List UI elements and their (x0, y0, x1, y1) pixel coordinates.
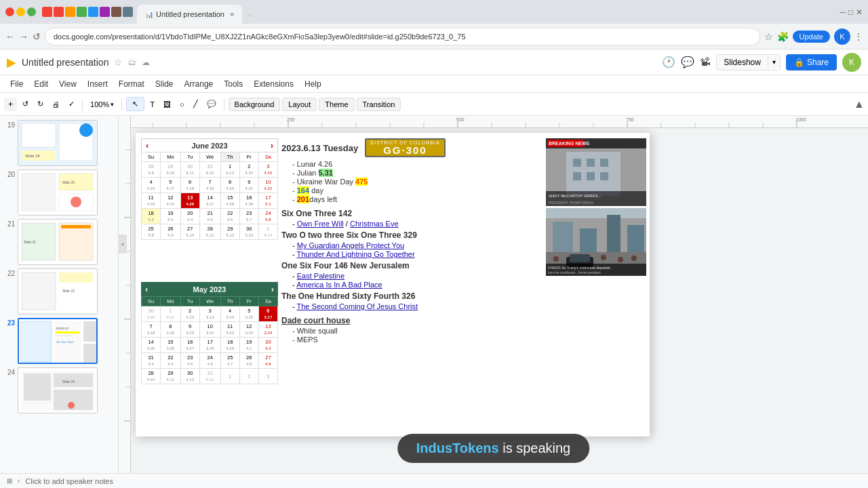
panel-hide-btn[interactable]: ‹ (18, 477, 20, 485)
star-icon[interactable]: ☆ (114, 57, 123, 68)
transition-btn[interactable]: Transition (357, 98, 401, 111)
profile-avatar[interactable]: K (834, 28, 850, 45)
presentation-title[interactable]: Untitled presentation (22, 57, 108, 68)
slide-num-21: 21 (3, 220, 15, 228)
slide-item-19[interactable]: 19 Slide 19 (3, 120, 115, 166)
slide-item-20[interactable]: 20 Slide 20 (3, 169, 115, 216)
menu-file[interactable]: File (5, 78, 28, 90)
new-tab-btn[interactable]: + (242, 6, 257, 24)
menu-slide[interactable]: Slide (151, 78, 178, 90)
cloud-icon[interactable]: ☁ (142, 58, 150, 67)
minimize-icon[interactable]: ─ (840, 7, 846, 17)
menu-edit[interactable]: Edit (29, 78, 53, 90)
svg-rect-26 (83, 344, 97, 363)
undo-btn[interactable]: ↺ (19, 98, 32, 110)
slide-item-22[interactable]: 22 Slide 22 (3, 268, 115, 314)
slide-thumb-21[interactable]: Slide 21 (18, 219, 98, 265)
grid-view-btn[interactable]: ⊞ (7, 477, 12, 485)
section1: Six One Three 142 - Own Free Will / Chri… (281, 209, 545, 228)
christmas-eve-link[interactable]: Christmas Eve (350, 220, 399, 228)
cal2-next-btn[interactable]: › (271, 284, 274, 294)
cal-next-btn[interactable]: › (271, 140, 273, 150)
favicon-5 (88, 7, 98, 17)
background-btn[interactable]: Background (229, 98, 281, 111)
share-btn[interactable]: 🔒 Share (786, 54, 837, 70)
browser-close[interactable] (5, 7, 14, 16)
zoom-btn[interactable]: 100%▾ (87, 98, 117, 110)
text-tool-btn[interactable]: T (146, 98, 158, 110)
back-btn[interactable]: ← (5, 31, 15, 42)
menu-help[interactable]: Help (300, 78, 326, 90)
update-btn[interactable]: Update (793, 30, 830, 43)
maximize-icon[interactable]: □ (848, 7, 853, 17)
extensions-icon[interactable]: 🧩 (777, 31, 789, 42)
bookmark-star-icon[interactable]: ☆ (764, 31, 773, 42)
toolbar-sep-2 (121, 98, 122, 110)
toolbar-collapse-btn[interactable]: ▲ (854, 100, 864, 109)
move-to-drive-icon[interactable]: 🗂 (128, 58, 136, 67)
ruler-horizontal: 250 500 750 1000 (119, 116, 868, 128)
active-tab[interactable]: 📊 Untitled presentation × (137, 5, 242, 24)
slide-thumb-24[interactable]: Slide 24 (18, 367, 98, 413)
america-bad-place-link[interactable]: America Is In A Bad Place (296, 281, 382, 289)
close-window-icon[interactable]: ✕ (856, 7, 863, 17)
menu-format[interactable]: Format (114, 78, 149, 90)
section2-item2: - Thunder And Lightning Go Together (292, 250, 545, 258)
redo-btn[interactable]: ↻ (34, 98, 47, 110)
line-tool-btn[interactable]: ╱ (190, 98, 201, 110)
section3: One Six Four 146 New Jerusalem - East Pa… (281, 261, 545, 289)
comment-tool-btn[interactable]: 💬 (203, 98, 220, 110)
user-avatar[interactable]: K (842, 53, 861, 72)
slideshow-btn[interactable]: Slideshow (717, 55, 768, 70)
slide-item-24[interactable]: 24 Slide 24 (3, 367, 115, 413)
svg-text:CHAOS: As Trump's motorcade de: CHAOS: As Trump's motorcade departed... (548, 266, 612, 270)
select-tool-btn[interactable]: ↖ (126, 97, 144, 111)
shape-tool-btn[interactable]: ○ (176, 98, 188, 110)
browser-min[interactable] (16, 7, 25, 16)
slide-thumb-23[interactable]: 2023.6.13 Six One Three (18, 318, 98, 364)
menu-arrange[interactable]: Arrange (180, 78, 218, 90)
slide-item-23[interactable]: 23 2023.6.13 Six One Three (3, 318, 115, 364)
guardian-angels-link[interactable]: My Guardian Angels Protect You (297, 241, 404, 249)
forward-btn[interactable]: → (19, 31, 28, 42)
chrome-menu-icon[interactable]: ⋮ (854, 32, 863, 41)
thunder-lightning-link[interactable]: Thunder And Lightning Go Together (297, 250, 415, 258)
menu-tools[interactable]: Tools (219, 78, 248, 90)
present-options-icon[interactable]: 📽 (700, 56, 711, 68)
menu-extensions[interactable]: Extensions (249, 78, 298, 90)
comment-icon[interactable]: 💬 (681, 56, 694, 68)
slide-item-21[interactable]: 21 Slide 21 (3, 219, 115, 265)
svg-rect-82 (587, 172, 595, 180)
theme-btn[interactable]: Theme (319, 98, 354, 111)
bullet-lunar: - Lunar 4.26 (292, 160, 545, 168)
slide-thumb-22[interactable]: Slide 22 (18, 268, 98, 314)
spell-check-btn[interactable]: ✓ (65, 98, 78, 110)
ruler-vertical (119, 116, 131, 473)
slide-canvas[interactable]: ‹ June 2023 › Su Mo Tu We Th Fr Sa (136, 133, 650, 436)
layout-btn[interactable]: Layout (282, 98, 317, 111)
image-tool-btn[interactable]: 🖼 (160, 98, 174, 110)
cal-june-title: June 2023 (191, 142, 227, 150)
svg-text:Slide 21: Slide 21 (24, 240, 36, 244)
favicon-2 (54, 7, 64, 17)
browser-max[interactable] (27, 7, 36, 16)
refresh-btn[interactable]: ↺ (33, 31, 41, 42)
cal2-prev-btn[interactable]: ‹ (145, 284, 148, 294)
tab-close-btn[interactable]: × (230, 10, 234, 18)
history-icon[interactable]: 🕐 (662, 56, 675, 68)
slide-thumb-20[interactable]: Slide 20 (18, 169, 98, 216)
menu-view[interactable]: View (54, 78, 81, 90)
cal-prev-btn[interactable]: ‹ (146, 140, 149, 150)
section5: Dade court house - White squall - MEPS (281, 316, 545, 344)
second-coming-link[interactable]: The Second Coming Of Jesus Christ (297, 302, 418, 310)
slide-thumb-19[interactable]: Slide 19 (18, 120, 98, 166)
slideshow-dropdown-btn[interactable]: ▾ (768, 56, 780, 68)
own-free-will-link[interactable]: Own Free Will (297, 220, 344, 228)
url-bar[interactable]: docs.google.com/presentation/d/1VbdoTIdI… (45, 28, 760, 45)
svg-rect-38 (119, 116, 868, 128)
east-palestine-link[interactable]: East Palestine (297, 272, 344, 280)
print-btn[interactable]: 🖨 (49, 98, 63, 110)
speaker-notes-placeholder[interactable]: Click to add speaker notes (25, 477, 113, 485)
menu-insert[interactable]: Insert (83, 78, 113, 90)
toolbar-add-btn[interactable]: + (4, 98, 17, 111)
